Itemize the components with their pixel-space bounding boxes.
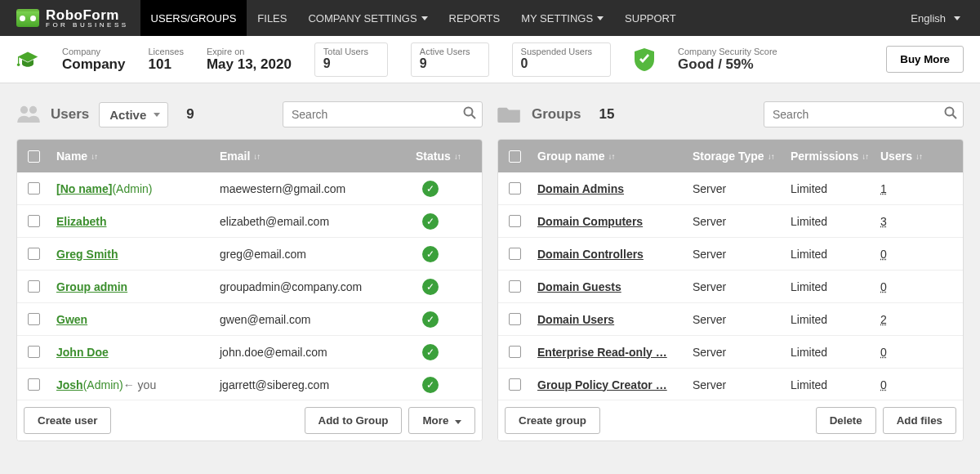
- check-circle-icon: ✓: [422, 213, 439, 230]
- add-files-button[interactable]: Add files: [883, 407, 956, 434]
- group-users-count[interactable]: 0: [880, 378, 887, 391]
- user-role: (Admin): [83, 378, 123, 391]
- group-users-count[interactable]: 0: [880, 346, 887, 359]
- graduation-cap-icon: [16, 50, 39, 69]
- row-checkbox[interactable]: [28, 346, 40, 358]
- col-permissions[interactable]: Permissions↓↑: [784, 150, 874, 163]
- group-users-count[interactable]: 1: [880, 182, 887, 195]
- group-link[interactable]: Domain Admins: [537, 182, 624, 195]
- create-user-button[interactable]: Create user: [24, 407, 111, 434]
- main-content: Users Active 9 Name↓↑ Email↓↑ Status↓↑ […: [0, 83, 980, 451]
- groups-search-input[interactable]: [764, 101, 964, 127]
- nav-item-my-settings[interactable]: MY SETTINGS: [510, 0, 614, 36]
- col-name[interactable]: Name↓↑: [50, 150, 213, 163]
- group-name-cell: Group Policy Creator …: [531, 378, 686, 391]
- group-permissions: Limited: [784, 346, 874, 359]
- groups-table-body: Domain AdminsServerLimited1Domain Comput…: [498, 172, 963, 400]
- nav-item-support[interactable]: SUPPORT: [614, 0, 687, 36]
- security-score: Company Security Score Good / 59%: [678, 47, 777, 73]
- stat-total-users: Total Users 9: [314, 42, 388, 77]
- col-group-name[interactable]: Group name↓↑: [531, 150, 686, 163]
- more-button[interactable]: More: [408, 407, 475, 434]
- row-checkbox[interactable]: [509, 215, 521, 227]
- group-link[interactable]: Domain Controllers: [537, 248, 644, 261]
- create-group-button[interactable]: Create group: [505, 407, 600, 434]
- row-checkbox[interactable]: [28, 182, 40, 195]
- select-all-users-checkbox[interactable]: [28, 150, 40, 163]
- nav-item-users-groups[interactable]: USERS/GROUPS: [140, 0, 247, 36]
- group-row: Domain GuestsServerLimited0: [498, 271, 963, 303]
- user-link[interactable]: Group admin: [56, 280, 127, 293]
- group-row: Domain AdminsServerLimited1: [498, 172, 963, 205]
- nav-item-files[interactable]: FILES: [247, 0, 297, 36]
- user-link[interactable]: Gwen: [56, 313, 87, 326]
- brand-logo[interactable]: RoboForm FOR BUSINESS: [0, 8, 140, 29]
- groups-panel: Groups 15 Group name↓↑ Storage Type↓↑ Pe…: [497, 101, 964, 441]
- groups-table-header: Group name↓↑ Storage Type↓↑ Permissions↓…: [498, 140, 963, 172]
- sort-icon: ↓↑: [768, 152, 774, 161]
- group-link[interactable]: Domain Users: [537, 313, 614, 326]
- row-checkbox[interactable]: [509, 313, 521, 325]
- groups-footer: Create group Delete Add files: [498, 400, 963, 440]
- row-checkbox[interactable]: [28, 215, 40, 227]
- svg-line-5: [472, 115, 476, 119]
- row-checkbox[interactable]: [509, 280, 521, 293]
- group-name-cell: Domain Controllers: [531, 248, 686, 261]
- users-search-input[interactable]: [283, 101, 483, 127]
- group-link[interactable]: Enterprise Read-only …: [537, 346, 667, 359]
- group-link[interactable]: Domain Computers: [537, 215, 643, 228]
- add-to-group-button[interactable]: Add to Group: [305, 407, 403, 434]
- row-checkbox[interactable]: [28, 313, 40, 325]
- col-users[interactable]: Users↓↑: [874, 150, 929, 163]
- group-storage: Server: [686, 182, 784, 195]
- brand-subtitle: FOR BUSINESS: [46, 22, 129, 29]
- search-icon[interactable]: [463, 106, 476, 122]
- nav-item-company-settings[interactable]: COMPANY SETTINGS: [297, 0, 438, 36]
- group-link[interactable]: Group Policy Creator …: [537, 378, 667, 391]
- row-checkbox[interactable]: [28, 248, 40, 260]
- user-link[interactable]: Elizabeth: [56, 215, 106, 228]
- language-selector[interactable]: English: [911, 12, 980, 25]
- group-link[interactable]: Domain Guests: [537, 280, 621, 293]
- check-circle-icon: ✓: [422, 344, 439, 360]
- row-checkbox[interactable]: [28, 378, 40, 391]
- user-link[interactable]: [No name]: [56, 182, 112, 195]
- row-checkbox[interactable]: [509, 346, 521, 358]
- group-users-count[interactable]: 2: [880, 313, 887, 326]
- user-link[interactable]: Josh: [56, 378, 83, 391]
- select-all-groups-checkbox[interactable]: [509, 150, 521, 163]
- sort-icon: ↓↑: [608, 152, 614, 161]
- stat-expire: Expire on May 13, 2020: [207, 47, 292, 73]
- row-checkbox[interactable]: [28, 280, 40, 293]
- group-users: 2: [874, 313, 929, 326]
- users-filter-dropdown[interactable]: Active: [99, 102, 168, 127]
- group-row: Domain ControllersServerLimited0: [498, 238, 963, 271]
- buy-more-button[interactable]: Buy More: [886, 46, 964, 73]
- user-link[interactable]: John Doe: [56, 346, 109, 359]
- delete-button[interactable]: Delete: [816, 407, 876, 434]
- users-table: Name↓↑ Email↓↑ Status↓↑ [No name] (Admin…: [16, 139, 483, 441]
- group-users-count[interactable]: 3: [880, 215, 887, 228]
- row-checkbox[interactable]: [509, 248, 521, 260]
- col-status[interactable]: Status↓↑: [409, 150, 473, 163]
- row-checkbox[interactable]: [509, 182, 521, 195]
- you-label: ← you: [123, 378, 156, 391]
- sort-icon: ↓↑: [915, 152, 922, 161]
- user-name-cell: Gwen: [50, 313, 213, 326]
- col-email[interactable]: Email↓↑: [213, 150, 409, 163]
- group-users: 0: [874, 248, 929, 261]
- chevron-down-icon: [421, 16, 428, 20]
- user-email: gwen@email.com: [213, 313, 409, 326]
- user-status: ✓: [409, 246, 473, 262]
- col-storage-type[interactable]: Storage Type↓↑: [686, 150, 784, 163]
- search-icon[interactable]: [944, 106, 957, 122]
- group-users-count[interactable]: 0: [880, 280, 887, 293]
- group-users-count[interactable]: 0: [880, 248, 887, 261]
- row-checkbox[interactable]: [509, 378, 521, 391]
- nav-items: USERS/GROUPSFILESCOMPANY SETTINGSREPORTS…: [140, 0, 687, 36]
- group-users: 0: [874, 346, 929, 359]
- groups-table: Group name↓↑ Storage Type↓↑ Permissions↓…: [497, 139, 964, 441]
- nav-item-reports[interactable]: REPORTS: [439, 0, 511, 36]
- svg-rect-1: [18, 56, 19, 65]
- user-link[interactable]: Greg Smith: [56, 248, 118, 261]
